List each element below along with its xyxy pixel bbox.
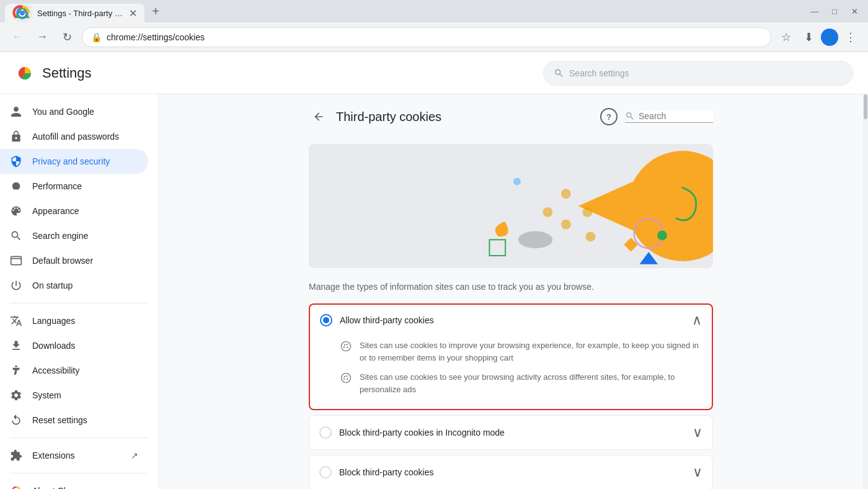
main-content: Third-party cookies ? [159, 94, 868, 489]
browser-tab[interactable]: Settings - Third-party cook ✕ [5, 4, 144, 22]
sidebar-item-on-startup[interactable]: On startup [0, 273, 148, 298]
sidebar-item-extensions[interactable]: Extensions ↗ [0, 443, 148, 468]
radio-incognito [319, 426, 332, 439]
extensions-icon [10, 449, 22, 462]
sidebar-label-autofill: Autofill and passwords [32, 132, 119, 141]
sidebar-label-system: System [32, 390, 61, 400]
url-display: chrome://settings/cookies [107, 32, 205, 42]
tab-favicon [12, 3, 32, 23]
page-title: Third-party cookies [336, 110, 441, 124]
toolbar-right: ☆ ⬇ 👤 ⋮ [776, 27, 861, 47]
radio-allow [320, 314, 332, 326]
window-controls: — □ ✕ [806, 5, 863, 17]
svg-point-32 [342, 374, 351, 383]
svg-point-15 [561, 189, 571, 199]
sidebar-label-languages: Languages [32, 316, 75, 326]
download-button[interactable]: ⬇ [799, 27, 818, 47]
sidebar-label-downloads: Downloads [32, 341, 75, 351]
sidebar-item-about[interactable]: About Chrome [0, 478, 148, 489]
scrollbar-track [863, 94, 868, 489]
page-search-input[interactable] [639, 111, 713, 121]
bookmark-button[interactable]: ☆ [776, 27, 796, 47]
sidebar-label-extensions: Extensions [32, 451, 74, 460]
browser-window: Settings - Third-party cook ✕ + — □ ✕ ← … [0, 0, 868, 489]
settings-search-input[interactable] [569, 68, 843, 78]
settings-heading: Settings [42, 65, 92, 81]
svg-point-33 [344, 376, 345, 377]
option-allow-row[interactable]: Allow third-party cookies ∧ [310, 305, 712, 336]
external-link-icon: ↗ [131, 451, 138, 460]
settings-search-bar[interactable] [543, 61, 853, 86]
svg-point-16 [583, 207, 593, 217]
option-allow-label: Allow third-party cookies [340, 315, 692, 325]
sidebar-label-reset: Reset settings [32, 415, 87, 425]
address-bar[interactable]: 🔒 chrome://settings/cookies [82, 27, 771, 47]
profile-button[interactable]: 👤 [821, 29, 838, 46]
option-block-all-row[interactable]: Block third-party cookies ∨ [309, 455, 712, 489]
sidebar-label-about: About Chrome [32, 486, 88, 489]
svg-point-3 [20, 11, 25, 16]
svg-point-29 [346, 344, 347, 345]
sidebar-item-reset[interactable]: Reset settings [0, 408, 148, 433]
sidebar: You and Google Autofill and passwords Pr… [0, 94, 159, 489]
tab-title: Settings - Third-party cook [37, 9, 124, 18]
sidebar-item-appearance[interactable]: Appearance [0, 199, 148, 223]
page-header: Third-party cookies ? [309, 107, 713, 134]
reload-button[interactable]: ↻ [57, 27, 77, 47]
page-title-row: Third-party cookies [309, 107, 441, 127]
option-block-incognito: Block third-party cookies in Incognito m… [309, 415, 713, 450]
option-block-all-label: Block third-party cookies [339, 467, 693, 477]
radio-block-all [319, 466, 332, 478]
sidebar-label-on-startup: On startup [32, 280, 73, 290]
option-incognito-row[interactable]: Block third-party cookies in Incognito m… [309, 416, 712, 449]
sidebar-item-performance[interactable]: Performance [0, 174, 148, 199]
sidebar-item-autofill[interactable]: Autofill and passwords [0, 124, 148, 149]
sidebar-item-accessibility[interactable]: Accessibility [0, 358, 148, 383]
help-button[interactable]: ? [600, 108, 618, 125]
close-button[interactable]: ✕ [846, 5, 863, 17]
menu-button[interactable]: ⋮ [841, 27, 861, 47]
privacy-icon [10, 155, 22, 168]
sidebar-item-search-engine[interactable]: Search engine [0, 223, 148, 248]
new-tab-button[interactable]: + [147, 2, 164, 20]
on-startup-icon [10, 279, 22, 292]
option-allow-cookies: Allow third-party cookies ∧ [309, 303, 713, 410]
tab-close-button[interactable]: ✕ [129, 7, 137, 19]
minimize-button[interactable]: — [806, 5, 823, 17]
appearance-icon [10, 205, 22, 217]
svg-point-8 [15, 185, 17, 187]
sidebar-item-you-and-google[interactable]: You and Google [0, 99, 148, 124]
title-bar: Settings - Third-party cook ✕ + — □ ✕ [0, 0, 868, 22]
svg-point-21 [518, 231, 552, 249]
about-chrome-icon [10, 485, 22, 489]
cookie-illustration [309, 144, 713, 268]
maximize-button[interactable]: □ [826, 5, 843, 17]
sidebar-item-privacy[interactable]: Privacy and security [0, 149, 148, 174]
sidebar-label-accessibility: Accessibility [32, 366, 79, 375]
svg-point-36 [347, 378, 348, 379]
forward-nav-button[interactable]: → [32, 27, 52, 47]
back-nav-button[interactable]: ← [7, 27, 27, 47]
sidebar-item-system[interactable]: System [0, 383, 148, 408]
collapse-button[interactable]: ∧ [692, 313, 702, 327]
autofill-icon [10, 130, 22, 143]
scrollbar-thumb[interactable] [864, 94, 867, 119]
detail-text-1: Sites can use cookies to improve your br… [360, 339, 702, 364]
expand-block-all-button[interactable]: ∨ [693, 465, 702, 479]
expand-incognito-button[interactable]: ∨ [693, 426, 702, 439]
sidebar-item-default-browser[interactable]: Default browser [0, 248, 148, 273]
svg-point-23 [657, 231, 667, 241]
svg-point-19 [542, 207, 552, 217]
back-button[interactable] [309, 107, 329, 127]
content-scroll-area[interactable]: Third-party cookies ? [159, 94, 863, 489]
detail-text-2: Sites can use cookies to see your browsi… [360, 371, 702, 395]
cookie-icon-1 [340, 340, 352, 352]
settings-body: You and Google Autofill and passwords Pr… [0, 94, 868, 489]
sidebar-divider-1 [10, 303, 148, 303]
sidebar-item-languages[interactable]: Languages [0, 308, 148, 333]
settings-title-area: Settings [15, 63, 92, 83]
svg-point-17 [561, 220, 571, 230]
performance-icon [10, 180, 22, 192]
page-search-bar[interactable] [625, 111, 713, 123]
sidebar-item-downloads[interactable]: Downloads [0, 333, 148, 358]
